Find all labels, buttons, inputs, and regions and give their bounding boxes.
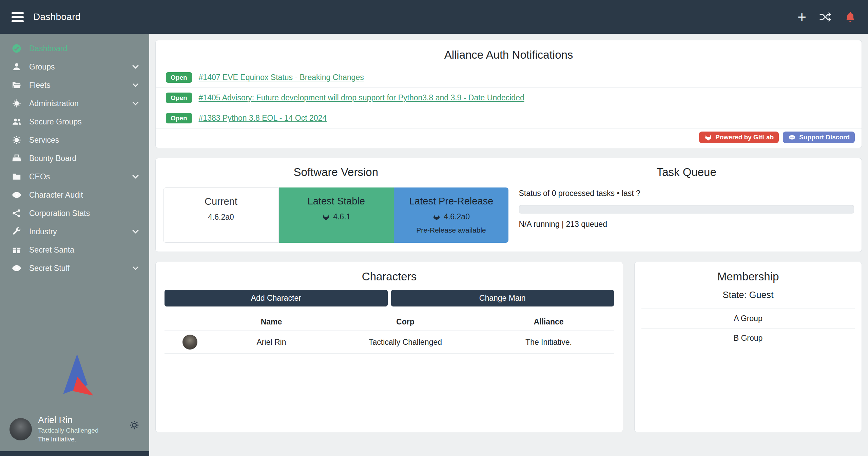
version-stable-value: 4.6.1	[333, 212, 350, 221]
chevron-down-icon	[132, 227, 138, 233]
sidebar-item-label: Bounty Board	[29, 154, 76, 163]
prerelease-note: Pre-Release available	[394, 226, 509, 234]
chevron-down-icon	[132, 264, 138, 270]
notification-link[interactable]: #1405 Advisory: Future development will …	[199, 93, 524, 102]
sidebar-item-ceos[interactable]: CEOs	[0, 167, 149, 186]
membership-group: A Group	[641, 309, 855, 328]
table-row[interactable]: Ariel Rin Tactically Challenged The Init…	[165, 331, 614, 354]
user-alliance: The Initiative.	[38, 436, 99, 443]
alliance-logo	[0, 353, 149, 410]
add-character-button[interactable]: Add Character	[165, 290, 388, 306]
wrench-icon	[12, 226, 22, 237]
user-panel: Ariel Rin Tactically Challenged The Init…	[0, 410, 149, 451]
software-version-title: Software Version	[163, 166, 509, 179]
sidebar-item-label: CEOs	[29, 172, 50, 181]
sidebar-item-label: Industry	[29, 227, 57, 236]
version-current-value: 4.6.2a0	[208, 213, 234, 222]
add-icon[interactable]: +	[797, 9, 806, 24]
chevron-down-icon	[132, 81, 138, 87]
sidebar-item-industry[interactable]: Industry	[0, 222, 149, 241]
chevron-down-icon	[132, 99, 138, 105]
task-queue-title: Task Queue	[519, 166, 854, 179]
character-name: Ariel Rin	[215, 334, 327, 351]
eye-icon	[12, 190, 22, 200]
chevron-down-icon	[132, 62, 138, 68]
notification-row: Open #1383 Python 3.8 EOL - 14 Oct 2024	[156, 108, 862, 128]
software-version-panel: Software Version Current 4.6.2a0 Latest …	[155, 158, 862, 252]
gitlab-badge[interactable]: Powered by GitLab	[699, 132, 779, 143]
sidebar-item-label: Administration	[29, 99, 79, 108]
sidebar-footer-strip	[0, 451, 149, 456]
cash-register-icon	[12, 153, 22, 163]
sidebar-item-groups[interactable]: Groups	[0, 58, 149, 76]
discord-badge[interactable]: Support Discord	[783, 132, 855, 143]
notification-link[interactable]: #1383 Python 3.8 EOL - 14 Oct 2024	[199, 114, 327, 123]
sidebar-item-label: Corporation Stats	[29, 209, 90, 218]
sidebar-item-label: Secure Groups	[29, 117, 82, 126]
membership-panel: Membership State: Guest A Group B Group	[634, 262, 862, 432]
sidebar-item-corporation-stats[interactable]: Corporation Stats	[0, 204, 149, 222]
folder-icon	[12, 172, 22, 182]
main-content: Alliance Auth Notifications Open #1407 E…	[149, 34, 868, 456]
user-corp: Tactically Challenged	[38, 427, 99, 434]
version-current-box: Current 4.6.2a0	[163, 187, 279, 243]
membership-state: State: Guest	[635, 290, 862, 300]
menu-icon[interactable]	[12, 12, 24, 22]
users-icon	[12, 117, 22, 127]
sidebar-item-secure-groups[interactable]: Secure Groups	[0, 113, 149, 131]
gift-icon	[12, 245, 22, 255]
gitlab-tanuki-icon	[432, 213, 441, 221]
sidebar-item-label: Services	[29, 136, 59, 145]
sidebar-item-label: Dashboard	[29, 44, 67, 53]
sidebar-item-administration[interactable]: Administration	[0, 94, 149, 113]
task-queue-counts: N/A running | 213 queued	[519, 220, 854, 229]
status-badge: Open	[166, 93, 192, 103]
gear-icon[interactable]	[129, 420, 140, 431]
character-alliance: The Initiative.	[483, 334, 614, 351]
gears-icon	[12, 135, 22, 145]
task-queue-panel: Task Queue Status of 0 processed tasks •…	[509, 166, 862, 252]
sidebar-item-dashboard[interactable]: Dashboard	[0, 39, 149, 58]
gitlab-tanuki-icon	[704, 133, 712, 141]
sidebar-item-secret-stuff[interactable]: Secret Stuff	[0, 259, 149, 277]
sidebar: Dashboard Groups Fleets Administration S…	[0, 34, 149, 456]
membership-title: Membership	[635, 270, 862, 283]
user-name: Ariel Rin	[38, 415, 99, 425]
version-prerelease-label: Latest Pre-Release	[394, 196, 509, 207]
characters-title: Characters	[156, 270, 623, 283]
gears-icon	[12, 98, 22, 108]
sidebar-item-bounty-board[interactable]: Bounty Board	[0, 149, 149, 167]
user-icon	[12, 62, 22, 72]
check-circle-icon	[12, 43, 22, 54]
sidebar-item-fleets[interactable]: Fleets	[0, 76, 149, 94]
sidebar-item-label: Groups	[29, 62, 55, 72]
notification-link[interactable]: #1407 EVE Equinox Status - Breaking Chan…	[199, 73, 364, 82]
sidebar-item-label: Secret Stuff	[29, 264, 70, 273]
characters-panel: Characters Add Character Change Main Nam…	[155, 262, 623, 432]
sidebar-item-secret-santa[interactable]: Secret Santa	[0, 241, 149, 259]
characters-table: Name Corp Alliance Ariel Rin Tactically …	[165, 313, 614, 354]
change-main-button[interactable]: Change Main	[391, 290, 614, 306]
version-stable-box: Latest Stable 4.6.1	[279, 187, 394, 243]
sidebar-item-label: Character Audit	[29, 191, 83, 200]
task-queue-status: Status of 0 processed tasks • last ?	[519, 189, 854, 198]
share-nodes-icon	[12, 208, 22, 218]
gitlab-tanuki-icon	[322, 213, 330, 221]
notifications-panel: Alliance Auth Notifications Open #1407 E…	[155, 40, 862, 148]
top-navbar: Dashboard +	[0, 0, 868, 34]
notification-row: Open #1407 EVE Equinox Status - Breaking…	[156, 67, 862, 88]
characters-table-header: Name Corp Alliance	[165, 313, 614, 331]
column-header-corp: Corp	[327, 313, 483, 331]
notification-row: Open #1405 Advisory: Future development …	[156, 88, 862, 108]
folder-open-icon	[12, 80, 22, 90]
discord-badge-label: Support Discord	[799, 134, 850, 141]
status-badge: Open	[166, 72, 192, 83]
notifications-bell-icon[interactable]	[844, 11, 856, 23]
sidebar-item-services[interactable]: Services	[0, 131, 149, 149]
shuffle-icon[interactable]	[819, 11, 831, 23]
sidebar-item-character-audit[interactable]: Character Audit	[0, 186, 149, 204]
eye-icon	[12, 263, 22, 273]
column-header-alliance: Alliance	[483, 313, 614, 331]
version-prerelease-box: Latest Pre-Release 4.6.2a0 Pre-Release a…	[394, 187, 509, 243]
version-current-label: Current	[163, 196, 278, 207]
